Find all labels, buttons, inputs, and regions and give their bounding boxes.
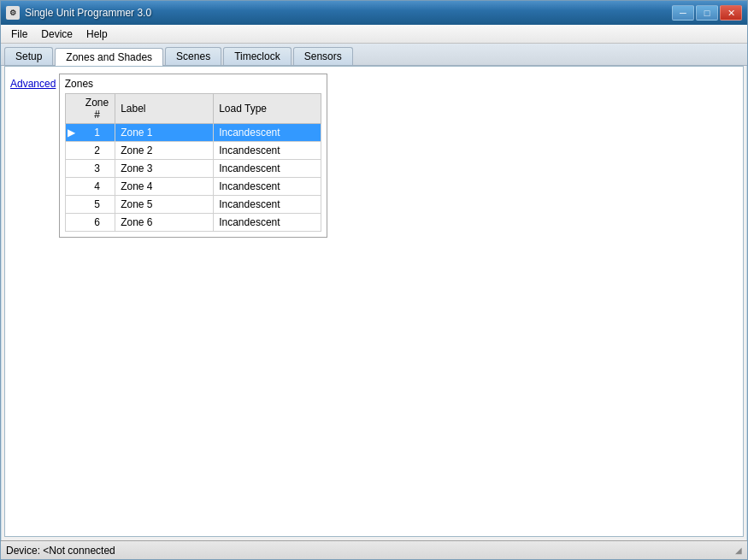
menu-bar: File Device Help: [1, 25, 747, 44]
zone-label: Zone 3: [115, 160, 214, 178]
tab-bar: Setup Zones and Shades Scenes Timeclock …: [1, 44, 747, 66]
zone-label: Zone 1: [115, 124, 214, 142]
zone-load-type: Incandescent: [214, 160, 321, 178]
zones-group-title: Zones: [65, 78, 321, 90]
menu-device[interactable]: Device: [34, 27, 80, 42]
row-arrow-indicator: [65, 160, 80, 178]
table-row[interactable]: ▶1Zone 1Incandescent: [65, 124, 321, 142]
window-controls: ─ □ ✕: [672, 5, 742, 21]
window-title: Single Unit Programmer 3.0: [25, 7, 672, 19]
col-header-load-type: Load Type: [214, 94, 321, 124]
zone-number: 3: [80, 160, 115, 178]
content-area: Advanced Zones Zone # Label Load Type ▶1…: [4, 66, 744, 537]
col-header-arrow: [65, 94, 80, 124]
close-button[interactable]: ✕: [720, 5, 742, 21]
zone-number: 1: [80, 124, 115, 142]
status-bar: Device: <Not connected ◢: [1, 540, 747, 559]
zone-load-type: Incandescent: [214, 124, 321, 142]
zone-label: Zone 5: [115, 196, 214, 214]
row-arrow-indicator: [65, 178, 80, 196]
zone-number: 2: [80, 142, 115, 160]
table-row[interactable]: 4Zone 4Incandescent: [65, 178, 321, 196]
table-row[interactable]: 2Zone 2Incandescent: [65, 142, 321, 160]
col-header-label: Label: [115, 94, 214, 124]
advanced-link[interactable]: Advanced: [10, 78, 56, 90]
table-row[interactable]: 6Zone 6Incandescent: [65, 214, 321, 232]
zone-load-type: Incandescent: [214, 196, 321, 214]
tab-timeclock[interactable]: Timeclock: [223, 47, 292, 65]
title-bar: ⚙ Single Unit Programmer 3.0 ─ □ ✕: [1, 1, 747, 25]
zone-load-type: Incandescent: [214, 142, 321, 160]
zone-label: Zone 2: [115, 142, 214, 160]
row-arrow-indicator: [65, 214, 80, 232]
tab-setup[interactable]: Setup: [4, 47, 53, 65]
menu-help[interactable]: Help: [80, 27, 115, 42]
table-row[interactable]: 3Zone 3Incandescent: [65, 160, 321, 178]
zone-number: 6: [80, 214, 115, 232]
app-icon: ⚙: [6, 6, 20, 20]
maximize-button[interactable]: □: [696, 5, 718, 21]
zones-table: Zone # Label Load Type ▶1Zone 1Incandesc…: [65, 93, 321, 232]
row-arrow-indicator: [65, 196, 80, 214]
row-arrow-indicator: ▶: [65, 124, 80, 142]
tab-zones-and-shades[interactable]: Zones and Shades: [55, 48, 163, 66]
zone-label: Zone 4: [115, 178, 214, 196]
zone-number: 4: [80, 178, 115, 196]
tab-sensors[interactable]: Sensors: [293, 47, 353, 65]
resize-indicator: ◢: [735, 545, 742, 555]
zone-load-type: Incandescent: [214, 178, 321, 196]
minimize-button[interactable]: ─: [672, 5, 694, 21]
main-window: ⚙ Single Unit Programmer 3.0 ─ □ ✕ File …: [0, 0, 748, 560]
zone-label: Zone 6: [115, 214, 214, 232]
zone-number: 5: [80, 196, 115, 214]
col-header-zone-num: Zone #: [80, 94, 115, 124]
row-arrow-indicator: [65, 142, 80, 160]
menu-file[interactable]: File: [4, 27, 34, 42]
zones-group-box: Zones Zone # Label Load Type ▶1Zone 1Inc…: [59, 74, 327, 238]
tab-scenes[interactable]: Scenes: [165, 47, 221, 65]
status-text: Device: <Not connected: [6, 545, 115, 557]
zone-load-type: Incandescent: [214, 214, 321, 232]
table-row[interactable]: 5Zone 5Incandescent: [65, 196, 321, 214]
